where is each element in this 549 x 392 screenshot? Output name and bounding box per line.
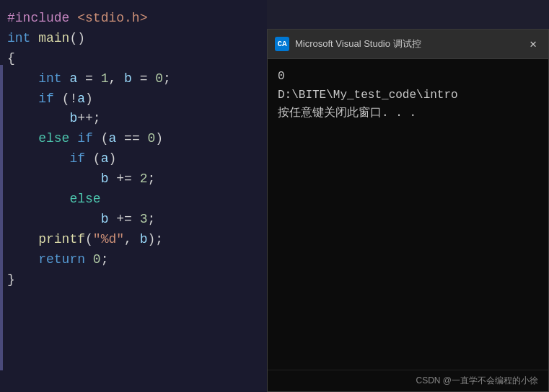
- vs-icon: CA: [275, 37, 289, 51]
- code-line-b-plus3: b += 3;: [7, 210, 267, 230]
- dialog-body: 0 D:\BITE\My_test_code\intro 按任意键关闭此窗口. …: [268, 59, 548, 370]
- include-keyword: #include: [7, 9, 69, 29]
- output-line-2: D:\BITE\My_test_code\intro: [278, 86, 538, 105]
- code-line-include: #include <stdio.h>: [7, 9, 267, 29]
- code-line-int-decl: int a = 1, b = 0;: [7, 69, 267, 89]
- include-header: <stdio.h>: [77, 9, 147, 29]
- open-brace: {: [7, 49, 15, 69]
- code-line-bpp: b++;: [7, 109, 267, 129]
- code-editor: #include <stdio.h> int main() { int a = …: [0, 0, 267, 392]
- main-function: main: [38, 29, 69, 49]
- dialog-close-button[interactable]: ✕: [525, 35, 541, 53]
- code-line-else2: else: [7, 190, 267, 210]
- dialog-title: Microsoft Visual Studio 调试控: [295, 37, 519, 50]
- code-line-if-a2: if (a): [7, 149, 267, 169]
- code-line-else-if: else if (a == 0): [7, 129, 267, 149]
- code-line-if-a: if (!a): [7, 89, 267, 110]
- output-line-3: 按任意键关闭此窗口. . .: [278, 104, 538, 123]
- vs-dialog: CA Microsoft Visual Studio 调试控 ✕ 0 D:\BI…: [267, 29, 549, 392]
- dialog-footer: CSDN @一直学不会编程的小徐: [268, 370, 548, 391]
- code-line-return: return 0;: [7, 250, 267, 270]
- code-line-printf: printf("%d", b);: [7, 230, 267, 250]
- line-indicator-bar: [0, 65, 3, 370]
- watermark-text: CSDN @一直学不会编程的小徐: [416, 375, 538, 386]
- int-keyword: int: [7, 29, 30, 49]
- dialog-titlebar: CA Microsoft Visual Studio 调试控 ✕: [268, 30, 548, 59]
- close-brace: }: [7, 270, 15, 290]
- code-line-main: int main(): [7, 29, 267, 49]
- output-line-1: 0: [278, 68, 538, 86]
- code-line-b-plus2: b += 2;: [7, 169, 267, 190]
- code-line-open-brace: {: [7, 49, 267, 69]
- code-line-close-brace: }: [7, 270, 267, 290]
